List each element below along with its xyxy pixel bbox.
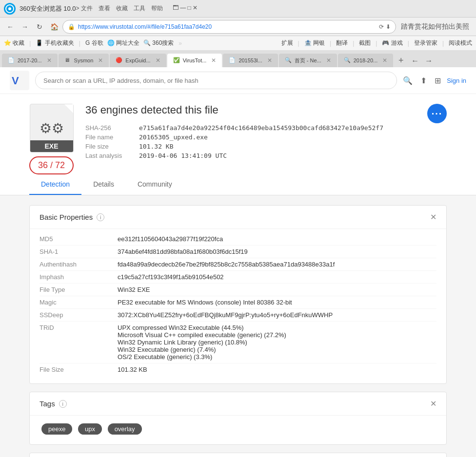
menu-chakan[interactable]: 查看 bbox=[99, 4, 110, 13]
tab-virustotal[interactable]: ✅ VirusTot... ✕ bbox=[167, 54, 222, 67]
vt-search-bar: V 🔍 ⬆ ⊞ Sign in bbox=[0, 67, 476, 94]
bookmark-bar: ⭐ 收藏 | 📱 手机收藏夹 | G 谷歌 🌐 网址大全 🔍 360搜索 » 扩… bbox=[0, 36, 476, 51]
home-button[interactable]: 🏠 bbox=[48, 20, 60, 33]
tab-close-2018[interactable]: ✕ bbox=[382, 57, 387, 64]
new-tab-button[interactable]: + bbox=[394, 54, 408, 67]
prop-md5-val[interactable]: ee312f1105604043a29877f19f220fca bbox=[118, 235, 436, 243]
basic-properties-collapse-btn[interactable]: ✕ bbox=[430, 212, 436, 222]
bookmark-yinghang[interactable]: 🏦 网银 bbox=[304, 39, 325, 47]
menu-shoucang[interactable]: 收藏 bbox=[116, 4, 128, 13]
menu-gongju[interactable]: 工具 bbox=[134, 4, 145, 13]
tab-expguid[interactable]: 🔴 ExpGuid... ✕ bbox=[110, 54, 166, 67]
sign-in-button[interactable]: Sign in bbox=[447, 77, 466, 84]
menu-bangzhu[interactable]: 帮助 bbox=[151, 4, 163, 13]
prop-trid: TRiD UPX compressed Win32 Executable (44… bbox=[40, 322, 436, 363]
download-icon[interactable]: ⬇ bbox=[386, 23, 391, 30]
tab-favicon-2018: 🔍 bbox=[344, 57, 351, 64]
bookmark-wangzhi[interactable]: 🌐 网址大全 bbox=[107, 39, 139, 47]
back-button[interactable]: ← bbox=[4, 20, 17, 33]
bookmark-shoucang[interactable]: ⭐ 收藏 bbox=[4, 39, 24, 47]
forward-button[interactable]: → bbox=[19, 20, 31, 33]
tab-scroll-left[interactable]: ← bbox=[409, 55, 421, 67]
vt-main-content: Basic Properties i ✕ MD5 ee312f110560404… bbox=[0, 195, 476, 457]
vt-tabs: Detection Details Community bbox=[0, 174, 476, 195]
basic-properties-info-icon[interactable]: i bbox=[97, 213, 104, 221]
tab-close-2017[interactable]: ✕ bbox=[47, 57, 52, 64]
address-bar[interactable]: 🔒 https://www.virustotal.com/#/file/e715… bbox=[62, 20, 396, 34]
address-text[interactable]: https://www.virustotal.com/#/file/e715a6… bbox=[78, 23, 376, 30]
tab-favicon-sysmon: 🖥 bbox=[64, 57, 71, 64]
tab-close-virustotal[interactable]: ✕ bbox=[211, 57, 216, 64]
tab-2017[interactable]: 📄 2017-20... ✕ bbox=[2, 54, 58, 67]
vt-file-icon-container: ⚙⚙ EXE 36 / 72 bbox=[29, 104, 74, 174]
prop-imphash-val[interactable]: c19c5a27cf193c3f49f1a5b91054e502 bbox=[118, 273, 436, 281]
prop-trid-val: UPX compressed Win32 Executable (44.5%)M… bbox=[118, 324, 436, 361]
vt-meta-table: SHA-256 e715a61faa7d4e20a92254f04c166489… bbox=[85, 123, 383, 160]
svg-point-1 bbox=[8, 7, 11, 10]
tab-close-sysmon[interactable]: ✕ bbox=[98, 57, 103, 64]
tab-favicon-2017: 📄 bbox=[8, 57, 15, 64]
prop-imphash-key: Imphash bbox=[40, 273, 118, 281]
vt-search-input[interactable] bbox=[35, 72, 397, 89]
window-controls[interactable]: 🗔 — □ ✕ bbox=[173, 4, 198, 13]
basic-properties-section: Basic Properties i ✕ MD5 ee312f110560404… bbox=[29, 205, 447, 384]
extensions-btn[interactable]: 踏青赏花如何拍出美照 bbox=[398, 20, 472, 33]
tab-homepage[interactable]: 🔍 首页 - Ne... ✕ bbox=[279, 54, 337, 67]
browser-title-text: 360安全浏览器 10.0 bbox=[20, 4, 76, 13]
upload-icon[interactable]: ⬆ bbox=[420, 76, 427, 85]
sha256-value[interactable]: e715a61faa7d4e20a92254f04c166489eba15459… bbox=[139, 123, 383, 133]
bookmark-google[interactable]: G 谷歌 bbox=[85, 39, 103, 47]
bookmark-screenshot[interactable]: 截图 bbox=[359, 39, 371, 47]
history-section: History i ✕ bbox=[29, 453, 447, 457]
search-icon[interactable]: 🔍 bbox=[403, 76, 413, 85]
filename-value: 20165305_upxed.exe bbox=[139, 133, 383, 142]
prop-md5-key: MD5 bbox=[40, 235, 118, 243]
refresh-button[interactable]: ↻ bbox=[33, 20, 46, 33]
file-icon-corner bbox=[64, 104, 73, 113]
tags-section: Tags i ✕ peexe upx overlay bbox=[29, 392, 447, 445]
tag-upx[interactable]: upx bbox=[78, 423, 102, 435]
tag-peexe[interactable]: peexe bbox=[41, 423, 72, 435]
tab-close-expguid[interactable]: ✕ bbox=[156, 57, 160, 64]
prop-filetype: File Type Win32 EXE bbox=[40, 284, 436, 296]
sha256-label: SHA-256 bbox=[85, 123, 139, 133]
tab-sysmon[interactable]: 🖥 Sysmon ✕ bbox=[59, 54, 109, 67]
prop-sha1: SHA-1 374ab6ef4fd81dd98bfa08a1f680b03f6d… bbox=[40, 246, 436, 258]
tab-community[interactable]: Community bbox=[126, 174, 184, 195]
bookmark-360search[interactable]: 🔍 360搜索 bbox=[143, 39, 174, 47]
prop-authentihash-val[interactable]: fda48a99a9decdecb26e7be2f9bf825b8c2c7558… bbox=[118, 261, 436, 268]
tab-favicon-virustotal: ✅ bbox=[173, 57, 180, 64]
bookmark-phone[interactable]: 📱 手机收藏夹 bbox=[36, 39, 74, 47]
tab-close-homepage[interactable]: ✕ bbox=[326, 57, 331, 64]
more-options-button[interactable]: ··· bbox=[427, 104, 447, 123]
menu-wenjianjian[interactable]: > 文件 bbox=[76, 4, 93, 13]
prop-imphash: Imphash c19c5a27cf193c3f49f1a5b91054e502 bbox=[40, 271, 436, 284]
tags-collapse-btn[interactable]: ✕ bbox=[430, 399, 436, 408]
tags-info-icon[interactable]: i bbox=[59, 400, 67, 408]
tab-2018[interactable]: 🔍 2018-20... ✕ bbox=[338, 54, 394, 67]
bookmark-translate[interactable]: 翻译 bbox=[336, 39, 348, 47]
bookmark-login[interactable]: 登录管家 bbox=[414, 39, 437, 47]
tab-label-homepage: 首页 - Ne... bbox=[295, 57, 321, 64]
prop-ssdeep-val: 3072:XCb8Yu4EZ52fry+6oEdFBQj8kuMF9gjrP:y… bbox=[118, 311, 436, 319]
bookmark-games[interactable]: 🎮 游戏 bbox=[382, 39, 402, 47]
tab-close-2015531[interactable]: ✕ bbox=[267, 57, 272, 64]
prop-authentihash: Authentihash fda48a99a9decdecb26e7be2f9b… bbox=[40, 258, 436, 271]
history-header: History i ✕ bbox=[30, 453, 446, 457]
prop-filesize: File Size 101.32 KB bbox=[40, 363, 436, 376]
ssl-icon: 🔒 bbox=[68, 23, 75, 30]
bookmark-extend[interactable]: 扩展 bbox=[281, 39, 293, 47]
bookmark-read[interactable]: 阅读模式 bbox=[449, 39, 472, 47]
basic-properties-body: MD5 ee312f1105604043a29877f19f220fca SHA… bbox=[30, 229, 446, 383]
address-icons: ⟳ ⬇ bbox=[379, 23, 391, 30]
tab-label-virustotal: VirusTot... bbox=[183, 57, 207, 63]
tab-details[interactable]: Details bbox=[81, 174, 126, 195]
tab-detection[interactable]: Detection bbox=[29, 174, 81, 195]
tab-2015531[interactable]: 📄 201553l... ✕ bbox=[223, 54, 278, 67]
tag-overlay[interactable]: overlay bbox=[108, 423, 142, 435]
grid-icon[interactable]: ⊞ bbox=[435, 76, 441, 85]
tab-scroll-right[interactable]: → bbox=[422, 55, 435, 67]
refresh-small-icon[interactable]: ⟳ bbox=[379, 23, 384, 30]
prop-sha1-val[interactable]: 374ab6ef4fd81dd98bfa08a1f680b03f6dc15f19 bbox=[118, 248, 436, 255]
tags-title: Tags i bbox=[40, 400, 67, 408]
